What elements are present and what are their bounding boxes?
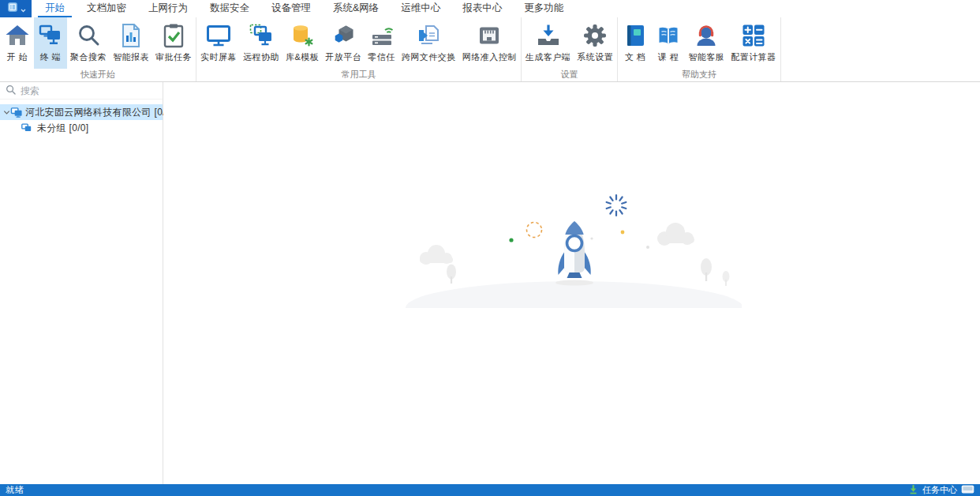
download-icon — [908, 484, 918, 496]
ribbon-button-label: 审批任务 — [155, 51, 192, 63]
ribbon-button-label: 文 档 — [625, 51, 646, 63]
ribbon-group-name: 快速开始 — [1, 69, 195, 81]
task-center-button[interactable]: 任务中心 — [908, 484, 974, 496]
ribbon-button-开始[interactable]: 开 始 — [1, 17, 34, 69]
ribbon-group: 实时屏幕远程协助库&模板开放平台零信任跨网文件交换网络准入控制常用工具 — [196, 17, 522, 81]
ribbon-button-网络准入控制[interactable]: 网络准入控制 — [459, 17, 520, 69]
ribbon-button-审批任务[interactable]: 审批任务 — [152, 17, 195, 69]
ribbon-button-库&模板[interactable]: 库&模板 — [282, 17, 322, 69]
main-area — [163, 82, 980, 484]
ribbon-button-聚合搜索[interactable]: 聚合搜索 — [67, 17, 110, 69]
ribbon-button-label: 开放平台 — [325, 51, 361, 63]
task-panel-icon[interactable] — [961, 485, 974, 495]
library-template-icon — [290, 23, 315, 48]
ribbon-button-label: 跨网文件交换 — [402, 51, 456, 63]
ribbon-group: 文 档课 程智能客服配置计算器帮助支持 — [618, 17, 781, 81]
home-icon — [5, 23, 30, 48]
network-access-icon — [477, 23, 502, 48]
search-icon — [6, 84, 16, 98]
tab-上网行为[interactable]: 上网行为 — [137, 0, 199, 17]
generate-client-icon — [536, 23, 561, 48]
remote-assist-icon — [249, 23, 274, 48]
tab-运维中心[interactable]: 运维中心 — [390, 0, 451, 17]
tab-文档加密[interactable]: 文档加密 — [76, 0, 137, 17]
ribbon-button-label: 生成客户端 — [526, 51, 571, 63]
tab-系统&网络[interactable]: 系统&网络 — [322, 0, 390, 17]
ribbon-button-零信任[interactable]: 零信任 — [365, 17, 398, 69]
group-icon — [21, 122, 35, 133]
ribbon-button-系统设置[interactable]: 系统设置 — [574, 17, 616, 69]
organization-icon — [10, 107, 23, 118]
ribbon-button-label: 远程协助 — [243, 51, 279, 63]
tab-开始[interactable]: 开始 — [34, 0, 76, 17]
ribbon-button-label: 库&模板 — [286, 51, 319, 63]
ribbon-button-实时屏幕[interactable]: 实时屏幕 — [197, 17, 240, 69]
ribbon-button-远程协助[interactable]: 远程协助 — [240, 17, 282, 69]
tab-设备管理[interactable]: 设备管理 — [260, 0, 322, 17]
ribbon-group: 生成客户端系统设置设置 — [522, 17, 619, 81]
aggregate-search-icon — [76, 23, 101, 48]
smart-report-icon — [118, 23, 144, 48]
file-exchange-icon — [416, 23, 441, 48]
ribbon: 开 始终 端聚合搜索智能报表审批任务快速开始实时屏幕远程协助库&模板开放平台零信… — [0, 17, 980, 82]
ribbon-group-name: 帮助支持 — [619, 69, 780, 81]
ribbon-button-label: 开 始 — [7, 51, 28, 63]
search-box[interactable] — [0, 82, 163, 100]
tree-node-label: 河北安固云网络科技有限公司 [0/0] — [25, 106, 174, 119]
ribbon-group-name: 设置 — [522, 69, 617, 81]
tree-node-label: 未分组 [0/0] — [37, 122, 88, 135]
menubar: 开始文档加密上网行为数据安全设备管理系统&网络运维中心报表中心更多功能 — [0, 0, 980, 17]
ribbon-button-label: 零信任 — [368, 51, 395, 63]
tab-数据安全[interactable]: 数据安全 — [199, 0, 260, 17]
zero-trust-icon — [369, 23, 395, 48]
ribbon-button-文档[interactable]: 文 档 — [619, 17, 652, 69]
ribbon-button-智能客服[interactable]: 智能客服 — [685, 17, 728, 69]
ribbon-button-label: 聚合搜索 — [70, 51, 107, 63]
ribbon-button-label: 系统设置 — [577, 51, 613, 63]
search-input[interactable] — [21, 85, 157, 96]
empty-state-illustration — [402, 182, 742, 308]
realtime-screen-icon — [206, 23, 231, 48]
system-settings-icon — [582, 23, 608, 48]
open-platform-icon — [331, 23, 356, 48]
chevron-down-icon — [21, 2, 26, 16]
ribbon-group-name: 常用工具 — [197, 69, 520, 81]
ribbon-button-智能报表[interactable]: 智能报表 — [110, 17, 152, 69]
ribbon-button-课程[interactable]: 课 程 — [652, 17, 685, 69]
app-icon — [6, 1, 19, 17]
config-calculator-icon — [741, 23, 766, 48]
approval-task-icon — [161, 23, 186, 48]
document-icon — [623, 23, 648, 48]
ribbon-button-label: 终 端 — [40, 51, 62, 63]
ribbon-button-开放平台[interactable]: 开放平台 — [322, 17, 365, 69]
ribbon-button-终端[interactable]: 终 端 — [34, 17, 67, 69]
ribbon-button-label: 课 程 — [658, 51, 679, 63]
app-menu-button[interactable] — [0, 0, 32, 17]
status-text: 就绪 — [6, 484, 24, 496]
chevron-down-icon[interactable] — [3, 109, 10, 116]
terminal-icon — [38, 23, 63, 48]
ribbon-button-label: 智能报表 — [113, 51, 149, 63]
sidebar: 河北安固云网络科技有限公司 [0/0]未分组 [0/0] — [0, 82, 163, 484]
course-icon — [656, 23, 681, 48]
ribbon-button-生成客户端[interactable]: 生成客户端 — [522, 17, 574, 69]
ribbon-button-label: 网络准入控制 — [462, 51, 517, 63]
org-tree: 河北安固云网络科技有限公司 [0/0]未分组 [0/0] — [0, 104, 163, 136]
task-center-label: 任务中心 — [922, 484, 957, 496]
smart-service-icon — [694, 23, 719, 48]
ribbon-button-label: 配置计算器 — [731, 51, 776, 63]
ribbon-button-配置计算器[interactable]: 配置计算器 — [728, 17, 780, 69]
tab-报表中心[interactable]: 报表中心 — [451, 0, 513, 17]
tree-node[interactable]: 河北安固云网络科技有限公司 [0/0] — [0, 104, 163, 120]
menu-tabs: 开始文档加密上网行为数据安全设备管理系统&网络运维中心报表中心更多功能 — [34, 0, 574, 17]
ribbon-button-label: 实时屏幕 — [200, 51, 237, 63]
ribbon-button-跨网文件交换[interactable]: 跨网文件交换 — [398, 17, 459, 69]
statusbar: 就绪 任务中心 — [0, 484, 980, 496]
tree-node[interactable]: 未分组 [0/0] — [0, 120, 163, 136]
ribbon-group: 开 始终 端聚合搜索智能报表审批任务快速开始 — [0, 17, 196, 81]
tab-更多功能[interactable]: 更多功能 — [513, 0, 574, 17]
ribbon-button-label: 智能客服 — [688, 51, 724, 63]
